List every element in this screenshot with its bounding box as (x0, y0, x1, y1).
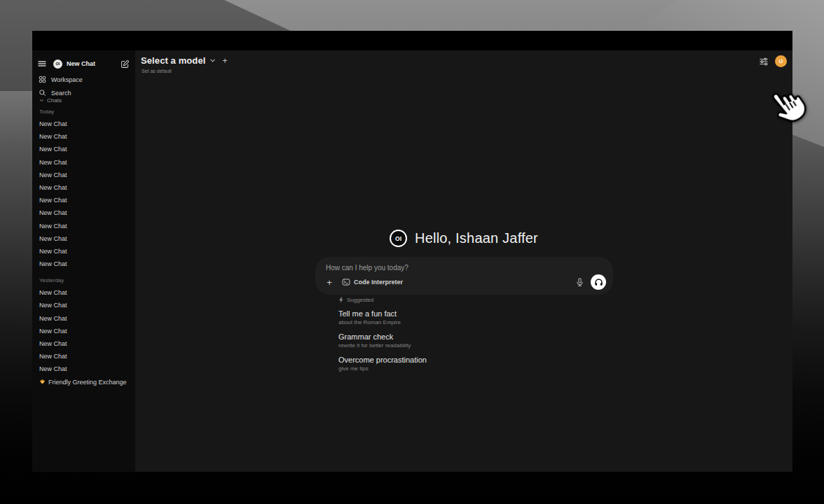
chat-list-item[interactable]: New Chat (32, 286, 135, 299)
microphone-icon[interactable] (575, 277, 584, 287)
code-interpreter-toggle[interactable]: Code Interpreter (342, 278, 403, 286)
stage: OI New Chat Workspace (0, 0, 824, 504)
chat-list-item[interactable]: New Chat (32, 363, 135, 375)
chat-item-label: New Chat (39, 325, 67, 337)
composer-toolbar: + Code Interpreter (324, 274, 606, 290)
chat-list-item[interactable]: Friendly Greeting Exchange (32, 376, 135, 388)
chat-list-item[interactable]: New Chat (32, 206, 135, 219)
chat-list-item[interactable]: New Chat (32, 337, 135, 350)
headphones-icon (594, 278, 603, 287)
chat-list-item[interactable]: New Chat (32, 143, 135, 155)
chat-groups: Today New Chat New Chat New Chat New Cha… (32, 106, 135, 388)
voice-call-button[interactable] (591, 274, 606, 290)
sidebar: OI New Chat Workspace (32, 50, 135, 472)
chat-item-label: New Chat (39, 181, 67, 194)
chat-list-item[interactable]: New Chat (32, 194, 135, 206)
chat-item-label: Friendly Greeting Exchange (48, 376, 127, 388)
chat-item-label: New Chat (39, 312, 67, 325)
suggested-prompt[interactable]: Grammar check rewrite it for better read… (338, 332, 556, 349)
suggested-header: Suggested (338, 295, 556, 304)
model-selector-label: Select a model (141, 55, 205, 66)
chat-list-item[interactable]: New Chat (32, 181, 135, 194)
top-right-controls: IJ (759, 55, 787, 67)
chat-item-label: New Chat (39, 245, 67, 258)
app-logo-large: OI (390, 230, 407, 247)
chat-group-label: Yesterday (32, 275, 135, 286)
sidebar-title: New Chat (67, 60, 95, 67)
prompt-subtitle: about the Roman Empire (338, 319, 556, 326)
attach-button[interactable]: + (324, 277, 335, 288)
terminal-icon (342, 278, 350, 286)
suggested-prompt[interactable]: Overcome procrastination give me tips (338, 356, 556, 372)
suggested-label: Suggested (347, 297, 373, 303)
greeting-text: Hello, Ishaan Jaffer (415, 230, 538, 246)
chat-item-label: New Chat (39, 169, 67, 181)
chat-list-item[interactable]: New Chat (32, 299, 135, 312)
suggested-prompt[interactable]: Tell me a fun fact about the Roman Empir… (338, 309, 556, 326)
chat-list-item[interactable]: New Chat (32, 130, 135, 143)
chat-item-label: New Chat (39, 118, 67, 130)
workspace-icon (39, 76, 46, 83)
chat-item-label: New Chat (39, 299, 67, 312)
chat-list-item[interactable]: New Chat (32, 258, 135, 270)
message-input[interactable]: How can I help you today? + Code Interpr… (315, 257, 613, 295)
chat-item-label: New Chat (39, 194, 67, 206)
chat-item-label: New Chat (39, 206, 67, 219)
chat-item-label: New Chat (39, 232, 67, 245)
chat-item-label: New Chat (39, 286, 67, 299)
chat-list-item[interactable]: New Chat (32, 312, 135, 325)
set-default-link[interactable]: Set as default (142, 69, 172, 74)
chevron-down-icon (210, 57, 216, 64)
sidebar-header: OI New Chat (32, 55, 135, 73)
suggested-prompts: Suggested Tell me a fun fact about the R… (338, 295, 556, 372)
prompt-title: Grammar check (338, 332, 556, 342)
code-interpreter-label: Code Interpreter (354, 279, 403, 286)
app-window: OI New Chat Workspace (32, 31, 792, 472)
prompt-subtitle: rewrite it for better readability (338, 342, 556, 349)
chat-list-item[interactable]: New Chat (32, 169, 135, 181)
add-model-button[interactable]: + (222, 56, 227, 66)
chat-item-label: New Chat (39, 363, 67, 375)
app-logo: OI (53, 59, 62, 69)
chat-list-item[interactable]: New Chat (32, 156, 135, 169)
sidebar-toggle-icon[interactable] (38, 60, 46, 67)
chat-item-label: New Chat (39, 156, 67, 169)
chat-list-item[interactable]: New Chat (32, 118, 135, 130)
chat-list-item[interactable]: New Chat (32, 325, 135, 337)
chat-list-item[interactable]: New Chat (32, 245, 135, 258)
prompt-title: Tell me a fun fact (338, 309, 556, 318)
chat-list-item[interactable]: New Chat (32, 350, 135, 363)
chat-item-label: New Chat (39, 258, 67, 270)
chevron-down-icon (39, 98, 44, 103)
chat-item-label: New Chat (39, 220, 67, 232)
chat-list-item[interactable]: New Chat (32, 220, 135, 232)
prompt-title: Overcome procrastination (338, 356, 556, 365)
greeting-row: OI Hello, Ishaan Jaffer (135, 230, 792, 247)
chats-section-label: Chats (47, 97, 62, 104)
user-avatar[interactable]: IJ (775, 55, 787, 67)
wave-emoji-icon (39, 379, 46, 385)
settings-sliders-icon[interactable] (759, 57, 769, 66)
main-area: Select a model + Set as default (135, 50, 792, 472)
workspace-label: Workspace (51, 76, 83, 83)
window-top-band (32, 31, 792, 50)
new-chat-icon[interactable] (121, 59, 130, 69)
chat-list-item[interactable]: New Chat (32, 232, 135, 245)
chat-item-label: New Chat (39, 130, 67, 143)
chat-list: Chats Today New Chat New Chat New Chat N… (32, 95, 135, 472)
chats-section-toggle[interactable]: Chats (32, 95, 135, 106)
sidebar-item-workspace[interactable]: Workspace (32, 73, 135, 86)
model-selector[interactable]: Select a model + (141, 55, 227, 66)
lightning-bolt-icon (338, 297, 344, 303)
message-input-placeholder: How can I help you today? (326, 264, 408, 272)
chat-group-label: Today (32, 106, 135, 118)
chat-item-label: New Chat (39, 143, 67, 155)
prompt-subtitle: give me tips (338, 365, 556, 372)
chat-item-label: New Chat (39, 350, 67, 363)
chat-item-label: New Chat (39, 337, 67, 350)
